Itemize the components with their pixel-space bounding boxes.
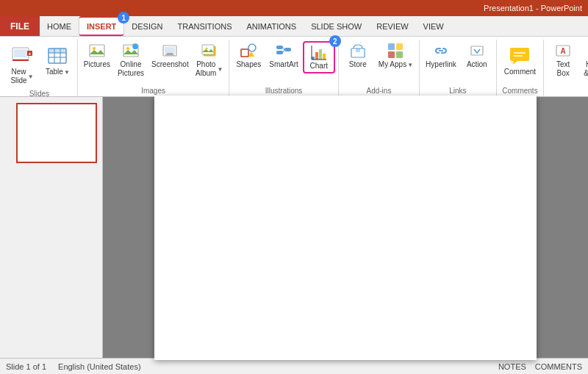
chart-icon: [311, 44, 327, 60]
comment-button[interactable]: Comment: [500, 41, 540, 79]
tab-insert[interactable]: INSERT 1: [79, 16, 124, 36]
action-icon: [469, 43, 485, 59]
screenshot-icon: [162, 43, 178, 59]
table-dropdown: ▼: [64, 69, 70, 76]
svg-rect-27: [276, 46, 283, 49]
svg-rect-11: [90, 45, 104, 57]
svg-rect-43: [396, 51, 403, 58]
svg-rect-42: [388, 51, 395, 58]
new-slide-button[interactable]: + NewSlide ▼: [4, 41, 40, 88]
screenshot-button[interactable]: Screenshot: [148, 41, 191, 71]
text-box-label: TextBox: [556, 60, 570, 78]
illustrations-group-items: Shapes SmartArt: [232, 40, 334, 85]
canvas-area: [103, 97, 588, 358]
ribbon-group-links: Hyperlink Action Links: [420, 40, 497, 96]
svg-rect-33: [315, 52, 318, 60]
smartart-button[interactable]: SmartArt: [266, 41, 301, 71]
title-text: Presentation1 - PowerPoint: [484, 4, 582, 12]
table-button[interactable]: Table ▼: [41, 41, 74, 79]
addins-group-items: Store My Apps ▼: [342, 40, 416, 85]
text-group-items: A TextBox Header& Footer: [547, 40, 588, 85]
chart-label: Chart: [310, 62, 328, 71]
tab-home[interactable]: HOME: [40, 16, 79, 36]
notes-button[interactable]: NOTES: [498, 362, 526, 371]
action-button[interactable]: Action: [461, 41, 493, 71]
pictures-icon: [89, 43, 105, 59]
my-apps-button[interactable]: My Apps ▼: [376, 41, 416, 71]
svg-point-12: [93, 47, 96, 50]
header-footer-label: Header& Footer: [584, 60, 588, 78]
svg-rect-32: [312, 57, 315, 60]
language: English (United States): [58, 362, 141, 371]
links-group-items: Hyperlink Action: [423, 40, 493, 85]
online-pictures-icon: 🌐: [123, 43, 139, 59]
title-bar: Presentation1 - PowerPoint: [0, 0, 588, 16]
slide-thumb-box: [16, 103, 97, 163]
slides-panel: 1: [0, 97, 103, 358]
svg-marker-47: [512, 61, 517, 65]
ribbon-group-images: Pictures 🌐 OnlinePictures: [78, 40, 230, 96]
svg-point-14: [126, 47, 129, 50]
svg-rect-46: [510, 48, 529, 61]
svg-rect-39: [356, 48, 360, 52]
new-slide-label: NewSlide: [10, 68, 26, 85]
store-button[interactable]: Store: [342, 41, 374, 71]
online-pictures-button[interactable]: 🌐 OnlinePictures: [115, 41, 147, 79]
hyperlink-button[interactable]: Hyperlink: [423, 41, 459, 71]
ribbon-group-text: A TextBox Header& Footer: [544, 40, 588, 96]
slide-thumbnail-1[interactable]: 1: [4, 103, 98, 163]
shapes-button[interactable]: Shapes: [232, 41, 265, 71]
text-box-icon: A: [555, 43, 571, 59]
new-slide-dropdown: ▼: [28, 73, 34, 80]
action-label: Action: [467, 60, 487, 69]
svg-text:+: +: [28, 51, 31, 57]
svg-rect-20: [165, 54, 174, 56]
status-bar: Slide 1 of 1 English (United States) NOT…: [0, 358, 588, 374]
ribbon-tabs-row: FILE HOME INSERT 1 DESIGN TRANSITIONS AN…: [0, 16, 588, 37]
online-pictures-label: OnlinePictures: [118, 60, 144, 78]
shapes-label: Shapes: [236, 60, 261, 69]
photo-album-label: PhotoAlbum: [196, 60, 216, 78]
svg-rect-28: [276, 51, 283, 54]
svg-line-31: [283, 49, 284, 53]
smartart-label: SmartArt: [269, 60, 298, 69]
tab-transitions[interactable]: TRANSITIONS: [171, 16, 240, 36]
my-apps-label: My Apps: [379, 60, 406, 69]
comment-label: Comment: [504, 68, 536, 76]
text-box-button[interactable]: A TextBox: [547, 41, 579, 79]
svg-rect-2: [12, 60, 29, 61]
svg-rect-1: [14, 49, 27, 57]
svg-marker-26: [248, 51, 254, 57]
ribbon-group-addins: Store My Apps ▼ Add-ins: [339, 40, 420, 96]
slide-info: Slide 1 of 1: [6, 362, 46, 371]
svg-rect-10: [49, 48, 66, 53]
photo-album-button[interactable]: PhotoAlbum ▼: [193, 41, 226, 79]
svg-rect-24: [241, 49, 248, 57]
svg-rect-40: [388, 43, 395, 50]
ribbon-content: + NewSlide ▼: [0, 37, 588, 97]
shapes-icon: [240, 43, 257, 59]
table-label: Table: [46, 68, 63, 76]
chart-button-wrapper: Chart 2: [303, 41, 335, 73]
svg-text:A: A: [561, 47, 566, 55]
tab-design[interactable]: DESIGN: [124, 16, 170, 36]
comment-icon: [508, 44, 531, 68]
svg-rect-41: [396, 43, 403, 50]
svg-rect-29: [284, 48, 291, 51]
svg-rect-22: [202, 45, 214, 54]
comments-button[interactable]: COMMENTS: [535, 362, 582, 371]
my-apps-icon: [387, 43, 404, 59]
file-tab[interactable]: FILE: [0, 16, 40, 36]
tab-slideshow[interactable]: SLIDE SHOW: [304, 16, 369, 36]
slide-canvas[interactable]: [154, 96, 537, 360]
store-icon: [350, 43, 366, 59]
svg-text:🌐: 🌐: [133, 45, 138, 50]
store-label: Store: [349, 60, 367, 69]
pictures-button[interactable]: Pictures: [81, 41, 113, 71]
header-footer-button[interactable]: Header& Footer: [581, 41, 588, 79]
tab-animations[interactable]: ANIMATIONS: [239, 16, 304, 36]
tab-view[interactable]: VIEW: [416, 16, 451, 36]
tab-review[interactable]: REVIEW: [369, 16, 415, 36]
svg-rect-35: [323, 54, 326, 60]
chart-button[interactable]: Chart: [303, 41, 335, 73]
